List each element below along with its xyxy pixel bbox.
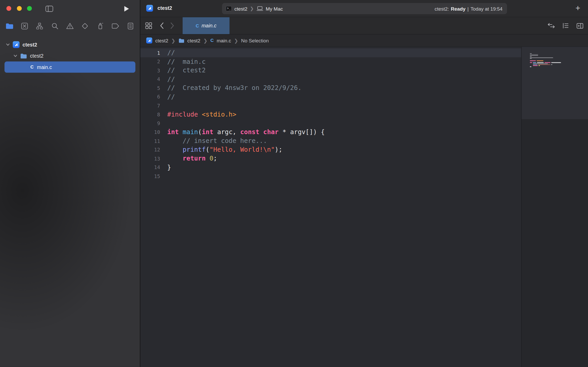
code-line[interactable]: 6// xyxy=(140,92,521,101)
disclosure-chevron-icon[interactable] xyxy=(13,54,17,57)
code-review-icon[interactable] xyxy=(547,23,555,28)
code-line[interactable]: 11 // insert code here... xyxy=(140,136,521,145)
jumpbar-selection[interactable]: No Selection xyxy=(241,38,269,43)
navigator-bar xyxy=(0,17,140,35)
editor-options xyxy=(547,17,583,34)
tree-item-label: ctest2 xyxy=(22,42,37,48)
line-number: 7 xyxy=(140,103,167,109)
back-button-icon[interactable] xyxy=(160,22,164,29)
toggle-sidebar-icon[interactable] xyxy=(45,4,53,13)
line-number: 3 xyxy=(140,67,167,73)
run-button[interactable] xyxy=(122,4,131,13)
code-line[interactable]: 2// main.c xyxy=(140,57,521,66)
project-navigator-icon[interactable] xyxy=(4,21,14,31)
chevron-right-icon: ❯ xyxy=(250,6,254,11)
line-number: 10 xyxy=(140,129,167,135)
jump-bar: ctest2 ❯ ctest2 ❯ C main.c ❯ No Selectio… xyxy=(140,34,588,47)
run-destination[interactable]: My Mac xyxy=(266,6,283,11)
line-number: 14 xyxy=(140,164,167,170)
status-divider: | xyxy=(467,6,469,11)
zoom-button[interactable] xyxy=(27,6,32,11)
jumpbar-file[interactable]: main.c xyxy=(217,38,231,43)
scheme-selector[interactable]: >_ ctest2 ❯ My Mac xyxy=(226,6,283,11)
mac-icon xyxy=(257,6,263,11)
forward-button-icon[interactable] xyxy=(170,22,174,29)
code-line[interactable]: 10int main(int argc, const char * argv[]… xyxy=(140,128,521,136)
test-navigator-icon[interactable] xyxy=(80,21,90,31)
c-file-icon: C xyxy=(30,64,34,70)
tab-label: main.c xyxy=(201,23,216,28)
c-file-icon: C xyxy=(210,38,214,43)
tab-bar: C main.c xyxy=(140,17,588,35)
editor-pane: ctest2 >_ ctest2 ❯ My Mac ctest2: xyxy=(140,0,588,367)
sidebar-divider[interactable] xyxy=(140,0,140,367)
debug-navigator-icon[interactable] xyxy=(95,21,105,31)
code-line[interactable]: 14} xyxy=(140,163,521,172)
code-line[interactable]: 7 xyxy=(140,101,521,110)
project-app-icon xyxy=(146,5,153,12)
line-number: 2 xyxy=(140,59,167,65)
sidebar-toolbar xyxy=(0,0,140,17)
jumpbar-group[interactable]: ctest2 xyxy=(187,38,200,43)
code-line[interactable]: 5// Created by 4nsw3r on 2022/9/26. xyxy=(140,83,521,92)
navigator-sidebar: ctest2 ctest2 C main.c xyxy=(0,0,140,367)
executable-icon: >_ xyxy=(226,6,232,11)
add-editor-icon[interactable] xyxy=(576,23,584,29)
code-line[interactable]: 13 return 0; xyxy=(140,154,521,163)
breakpoint-navigator-icon[interactable] xyxy=(110,21,120,31)
xcode-window: ctest2 ctest2 C main.c xyxy=(0,0,588,367)
disclosure-chevron-icon[interactable] xyxy=(6,43,10,46)
project-tree: ctest2 ctest2 C main.c xyxy=(0,34,140,73)
tree-item-file-selected[interactable]: C main.c xyxy=(4,62,135,73)
scale-wrapper: ctest2 ctest2 C main.c xyxy=(0,0,588,367)
project-app-icon xyxy=(13,41,19,48)
tab-overview-icon[interactable] xyxy=(145,22,152,29)
source-editor: 1//2// main.c3// ctest24//5// Created by… xyxy=(140,47,588,367)
report-navigator-icon[interactable] xyxy=(126,21,135,31)
scheme-name[interactable]: ctest2 xyxy=(234,6,247,11)
line-number: 5 xyxy=(140,85,167,91)
minimap-lines xyxy=(530,53,586,68)
status-app: ctest2: xyxy=(435,6,449,11)
jumpbar-project[interactable]: ctest2 xyxy=(155,38,168,43)
adjust-editor-options-icon[interactable] xyxy=(562,22,569,29)
minimap[interactable] xyxy=(521,47,588,367)
chevron-right-icon: ❯ xyxy=(203,38,207,43)
issue-navigator-icon[interactable] xyxy=(65,21,75,31)
code-line[interactable]: 9 xyxy=(140,119,521,128)
line-number: 8 xyxy=(140,111,167,117)
tree-item-label: main.c xyxy=(37,64,52,70)
window-title: ctest2 xyxy=(157,5,172,11)
symbol-navigator-icon[interactable] xyxy=(35,21,45,31)
tree-item-label: ctest2 xyxy=(30,53,43,59)
code-area[interactable]: 1//2// main.c3// ctest24//5// Created by… xyxy=(140,47,521,367)
status-state: Ready xyxy=(451,6,466,11)
library-add-button[interactable]: + xyxy=(573,3,583,13)
line-number: 6 xyxy=(140,94,167,100)
tab-main-c[interactable]: C main.c xyxy=(183,17,229,34)
code-line[interactable]: 4// xyxy=(140,75,521,83)
code-line[interactable]: 3// ctest2 xyxy=(140,66,521,75)
scheme-status-bar: >_ ctest2 ❯ My Mac ctest2: Ready | xyxy=(222,3,507,14)
code-line[interactable]: 8#include <stdio.h> xyxy=(140,110,521,119)
activity-status[interactable]: ctest2: Ready | Today at 19:54 xyxy=(435,6,503,11)
minimap-line xyxy=(530,67,586,68)
line-number: 13 xyxy=(140,155,167,161)
line-number: 4 xyxy=(140,76,167,82)
minimize-button[interactable] xyxy=(17,6,22,11)
chevron-right-icon: ❯ xyxy=(171,38,175,43)
code-line[interactable]: 1// xyxy=(140,48,521,57)
line-number: 12 xyxy=(140,147,167,152)
line-number: 15 xyxy=(140,173,167,179)
c-file-icon: C xyxy=(196,23,199,28)
find-navigator-icon[interactable] xyxy=(50,21,60,31)
close-button[interactable] xyxy=(6,6,11,11)
tree-item-group[interactable]: ctest2 xyxy=(0,50,140,62)
line-number: 11 xyxy=(140,138,167,144)
code-line[interactable]: 15 xyxy=(140,172,521,180)
code-line[interactable]: 12 printf("Hello, World!\n"); xyxy=(140,145,521,154)
source-control-navigator-icon[interactable] xyxy=(20,21,29,31)
chevron-right-icon: ❯ xyxy=(234,38,238,43)
tree-item-project[interactable]: ctest2 xyxy=(0,39,140,50)
line-number: 9 xyxy=(140,120,167,126)
